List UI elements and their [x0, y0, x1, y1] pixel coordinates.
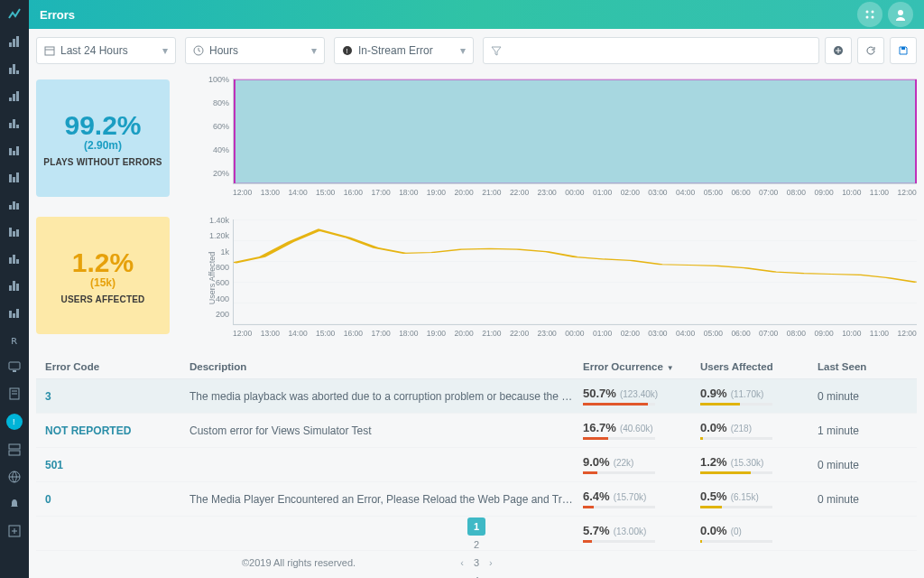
table-row[interactable]: NOT REPORTEDCustom error for Views Simul…	[36, 414, 917, 448]
sidebar-bar-icon-4[interactable]	[7, 116, 22, 130]
svg-rect-6	[9, 98, 12, 101]
svg-point-50	[872, 16, 874, 19]
cell-affected: 0.0%(0)	[700, 524, 818, 543]
user-avatar-icon[interactable]	[888, 2, 913, 27]
svg-rect-23	[16, 229, 19, 237]
svg-point-49	[866, 16, 869, 19]
plays-chart: 100%80%60%40%20% 12:0013:0014:0015:0016:…	[189, 74, 917, 200]
sidebar-bar-icon-9[interactable]	[7, 251, 22, 266]
svg-rect-11	[16, 125, 19, 128]
svg-rect-31	[13, 313, 15, 318]
sidebar-monitor-icon[interactable]	[7, 359, 22, 374]
svg-text:!: !	[13, 417, 15, 426]
table-row[interactable]: 0The Media Player Encountered an Error, …	[36, 482, 917, 517]
granularity-select[interactable]: Hours ▾	[185, 37, 325, 64]
svg-rect-21	[9, 228, 12, 237]
svg-rect-25	[13, 255, 15, 264]
cell-affected: 0.9%(11.70k)	[700, 387, 818, 406]
svg-rect-5	[16, 70, 19, 74]
save-button[interactable]	[890, 37, 917, 64]
users-count: (15k)	[90, 276, 116, 289]
col-users-affected[interactable]: Users Affected	[700, 361, 818, 372]
cell-seen: 1 minute	[818, 424, 917, 437]
sidebar-bar-icon-6[interactable]	[7, 170, 22, 184]
col-error-code[interactable]: Error Code	[36, 361, 189, 372]
cell-occurrence: 6.4%(15.70k)	[583, 489, 700, 508]
error-type-label: In-Stream Error	[358, 44, 433, 57]
page-prev[interactable]: ‹	[460, 557, 464, 568]
sidebar-bar-icon-11[interactable]	[7, 305, 22, 320]
page-1[interactable]: 1	[467, 517, 485, 536]
table-header: Error Code Description Error Ocurrence▼ …	[36, 354, 917, 379]
sidebar-alert-icon[interactable]: !	[6, 414, 23, 430]
sidebar-bar-icon-1[interactable]	[7, 34, 22, 49]
svg-rect-13	[13, 151, 15, 155]
cell-affected: 0.0%(218)	[700, 421, 818, 440]
col-occurrence[interactable]: Error Ocurrence▼	[583, 361, 700, 372]
svg-rect-35	[13, 370, 16, 372]
svg-rect-1	[13, 39, 15, 47]
sidebar-doc-icon[interactable]	[7, 387, 22, 401]
page-4[interactable]: 4	[467, 572, 485, 578]
svg-rect-32	[16, 309, 19, 318]
svg-rect-2	[16, 36, 19, 47]
cell-seen: 0 minute	[818, 459, 917, 471]
svg-rect-26	[16, 259, 19, 264]
cell-occurrence: 9.0%(22k)	[583, 455, 700, 474]
sidebar-bar-icon-2[interactable]	[7, 61, 22, 76]
granularity-label: Hours	[209, 44, 238, 57]
footer: ©2019 All rights reserved. ‹ 12345 ›	[29, 547, 924, 578]
cell-occurrence: 5.7%(13.00k)	[583, 524, 700, 543]
svg-rect-34	[9, 362, 20, 369]
svg-text:!: !	[346, 47, 348, 55]
chevron-down-icon: ▾	[460, 44, 466, 57]
svg-rect-0	[9, 42, 12, 47]
sidebar-bar-icon-5[interactable]	[7, 143, 22, 157]
svg-rect-15	[9, 174, 12, 182]
filter-icon	[491, 45, 502, 56]
page-2[interactable]: 2	[467, 536, 485, 554]
sidebar-bar-icon-10[interactable]	[7, 278, 22, 293]
apps-icon[interactable]	[857, 2, 882, 27]
table-row[interactable]: 5019.0%(22k)1.2%(15.30k)0 minute	[36, 448, 917, 482]
time-range-select[interactable]: Last 24 Hours ▾	[36, 37, 176, 64]
sidebar-logo-icon[interactable]	[7, 7, 22, 22]
chevron-down-icon: ▾	[311, 44, 317, 57]
col-last-seen[interactable]: Last Seen	[818, 361, 917, 372]
svg-rect-20	[16, 203, 19, 210]
cell-occurrence: 16.7%(40.60k)	[583, 421, 700, 440]
page-3[interactable]: 3	[467, 554, 485, 572]
sidebar-add-icon[interactable]	[7, 524, 22, 538]
col-description[interactable]: Description	[189, 361, 583, 372]
sidebar-r-icon[interactable]: ʀ	[7, 332, 22, 347]
filter-input[interactable]	[483, 37, 819, 64]
svg-rect-27	[9, 285, 12, 291]
sidebar-bell-icon[interactable]	[7, 497, 22, 511]
plays-label: PLAYS WITHOUT ERRORS	[43, 157, 162, 167]
svg-rect-30	[9, 311, 12, 318]
svg-rect-60	[901, 47, 905, 50]
filter-bar: Last 24 Hours ▾ Hours ▾ ! In-Stream Erro…	[36, 36, 917, 65]
svg-rect-29	[16, 284, 19, 291]
refresh-button[interactable]	[857, 37, 884, 64]
svg-rect-52	[45, 47, 54, 55]
sidebar-bar-icon-3[interactable]	[7, 89, 22, 103]
add-button[interactable]	[825, 37, 852, 64]
table-row[interactable]: 3The media playback was aborted due to a…	[36, 379, 917, 414]
svg-rect-16	[13, 177, 15, 182]
users-chart: Users Affected 1.40k1.20k1k800600400200 …	[189, 215, 917, 341]
svg-rect-8	[16, 91, 19, 101]
svg-rect-28	[13, 281, 15, 291]
sidebar-globe-icon[interactable]	[7, 470, 22, 484]
sidebar-bar-icon-8[interactable]	[7, 224, 22, 238]
sidebar-layout-icon[interactable]	[7, 443, 22, 457]
page-next[interactable]: ›	[489, 557, 493, 568]
svg-point-51	[898, 10, 903, 15]
cell-affected: 0.5%(6.15k)	[700, 489, 818, 508]
svg-rect-18	[9, 205, 12, 210]
plays-card: 99.2% (2.90m) PLAYS WITHOUT ERRORS	[36, 79, 170, 197]
sidebar-bar-icon-7[interactable]	[7, 197, 22, 211]
error-type-select[interactable]: ! In-Stream Error ▾	[334, 37, 474, 64]
copyright: ©2019 All rights reserved.	[242, 557, 356, 568]
users-label: USERS AFFECTED	[61, 294, 145, 304]
